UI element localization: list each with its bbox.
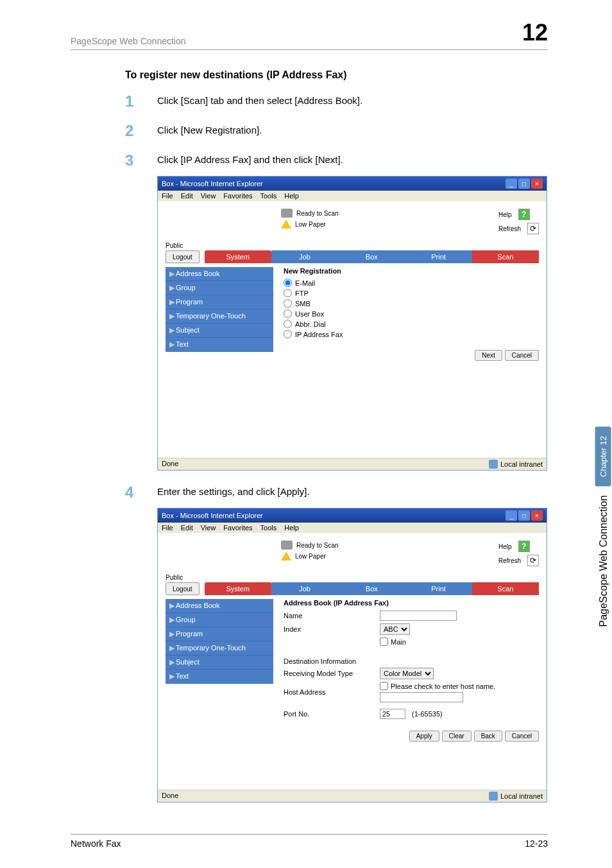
main-checkbox[interactable] (380, 638, 388, 646)
status-lowpaper: Low Paper (295, 221, 326, 228)
menu-view-2[interactable]: View (201, 524, 216, 532)
statusbar-done: Done (162, 460, 178, 469)
index-select[interactable]: ABC (380, 623, 410, 635)
maximize-icon-2[interactable]: □ (518, 510, 530, 521)
tab-job-2[interactable]: Job (271, 582, 338, 595)
back-button[interactable]: Back (474, 731, 502, 742)
refresh-link[interactable]: Refresh (498, 225, 521, 232)
menu-edit[interactable]: Edit (181, 192, 193, 200)
radio-abbr-label: Abbr. Dial (295, 320, 326, 328)
tab-box[interactable]: Box (338, 250, 405, 263)
chapter-number: 12 (522, 19, 548, 46)
menu-help[interactable]: Help (284, 192, 299, 200)
menu-favorites-2[interactable]: Favorites (223, 524, 252, 532)
intranet-icon (489, 460, 498, 469)
maximize-icon[interactable]: □ (518, 178, 530, 189)
cancel-button-2[interactable]: Cancel (505, 731, 539, 742)
tab-system-2[interactable]: System (205, 582, 271, 595)
tab-scan-2[interactable]: Scan (472, 582, 539, 595)
menu-file-2[interactable]: File (162, 524, 173, 532)
radio-abbr[interactable] (284, 320, 292, 328)
menu-edit-2[interactable]: Edit (181, 524, 193, 532)
sidebar-text-2[interactable]: ▶Text (166, 670, 273, 684)
tab-box-2[interactable]: Box (338, 582, 405, 595)
sidebar-program-2[interactable]: ▶Program (166, 627, 273, 641)
help-icon[interactable]: ? (518, 209, 530, 220)
menu-bar-2: File Edit View Favorites Tools Help (158, 523, 547, 533)
sidebar-subject[interactable]: ▶Subject (166, 324, 273, 338)
sidebar-program[interactable]: ▶Program (166, 295, 273, 309)
sidebar-subject-2[interactable]: ▶Subject (166, 655, 273, 670)
header-title: PageScope Web Connection (71, 36, 186, 46)
radio-ftp-label: FTP (295, 290, 309, 297)
step-4-num: 4 (125, 483, 157, 501)
port-input[interactable] (380, 709, 405, 719)
menu-tools-2[interactable]: Tools (260, 524, 277, 532)
window-title: Box - Microsoft Internet Explorer (162, 180, 263, 187)
host-input[interactable] (380, 692, 463, 702)
help-link[interactable]: Help (498, 211, 512, 218)
recv-model-select[interactable]: Color Model (380, 668, 434, 679)
clear-button[interactable]: Clear (442, 731, 472, 742)
menu-view[interactable]: View (201, 192, 216, 200)
index-label: Index (284, 625, 380, 633)
section-title: To register new destinations (IP Address… (125, 69, 548, 81)
help-icon-2[interactable]: ? (518, 541, 530, 552)
close-icon-2[interactable]: × (531, 510, 543, 521)
sidebar-group[interactable]: ▶Group (166, 281, 273, 295)
printer-icon-2 (281, 541, 293, 550)
side-chapter: Chapter 12 (595, 427, 611, 486)
sidebar-address-book-2[interactable]: ▶Address Book (166, 599, 273, 613)
radio-ftp[interactable] (284, 289, 292, 297)
cancel-button[interactable]: Cancel (505, 350, 539, 361)
menu-tools[interactable]: Tools (260, 192, 277, 200)
minimize-icon[interactable]: _ (506, 178, 517, 189)
name-input[interactable] (380, 611, 457, 621)
tab-job[interactable]: Job (271, 250, 338, 263)
public-label-2: Public (166, 574, 539, 581)
host-checkbox[interactable] (380, 682, 388, 690)
tab-scan[interactable]: Scan (472, 250, 539, 263)
menu-help-2[interactable]: Help (284, 524, 299, 532)
menu-favorites[interactable]: Favorites (223, 192, 252, 200)
step-2-text: Click [New Registration]. (157, 125, 262, 135)
menu-bar: File Edit View Favorites Tools Help (158, 191, 547, 201)
sidebar-temp-one-touch[interactable]: ▶Temporary One-Touch (166, 309, 273, 324)
radio-ipfax-label: IP Address Fax (295, 331, 343, 338)
radio-userbox[interactable] (284, 309, 292, 318)
tab-print-2[interactable]: Print (405, 582, 472, 595)
radio-email[interactable] (284, 279, 292, 287)
close-icon[interactable]: × (531, 178, 543, 189)
tab-print[interactable]: Print (405, 250, 472, 263)
radio-smb[interactable] (284, 299, 292, 308)
logout-button[interactable]: Logout (166, 250, 200, 263)
radio-userbox-label: User Box (295, 310, 324, 318)
status-lowpaper-2: Low Paper (295, 553, 326, 560)
status-ready-2: Ready to Scan (296, 542, 339, 549)
sidebar-temp-one-touch-2[interactable]: ▶Temporary One-Touch (166, 641, 273, 655)
tab-system[interactable]: System (205, 250, 271, 263)
apply-button[interactable]: Apply (409, 731, 439, 742)
next-button[interactable]: Next (475, 350, 502, 361)
menu-file[interactable]: File (162, 192, 173, 200)
refresh-link-2[interactable]: Refresh (498, 557, 521, 564)
logout-button-2[interactable]: Logout (166, 582, 200, 595)
sidebar-text[interactable]: ▶Text (166, 338, 273, 352)
main-label: Main (391, 638, 406, 646)
public-label: Public (166, 242, 539, 249)
step-3-num: 3 (125, 152, 157, 169)
port-label: Port No. (284, 710, 380, 718)
help-link-2[interactable]: Help (498, 543, 512, 550)
refresh-icon[interactable]: ⟳ (527, 223, 539, 234)
address-book-ipfax-title: Address Book (IP Address Fax) (284, 599, 539, 607)
refresh-icon-2[interactable]: ⟳ (527, 555, 539, 566)
new-registration-title: New Registration (284, 267, 539, 275)
screenshot-1: Box - Microsoft Internet Explorer _ □ × … (157, 176, 547, 471)
minimize-icon-2[interactable]: _ (506, 510, 517, 521)
footer-right: 12-23 (525, 838, 548, 849)
radio-ipfax[interactable] (284, 330, 292, 338)
statusbar-done-2: Done (162, 792, 178, 801)
host-hint: Please check to enter host name. (391, 682, 495, 690)
sidebar-address-book[interactable]: ▶Address Book (166, 267, 273, 281)
sidebar-group-2[interactable]: ▶Group (166, 613, 273, 627)
